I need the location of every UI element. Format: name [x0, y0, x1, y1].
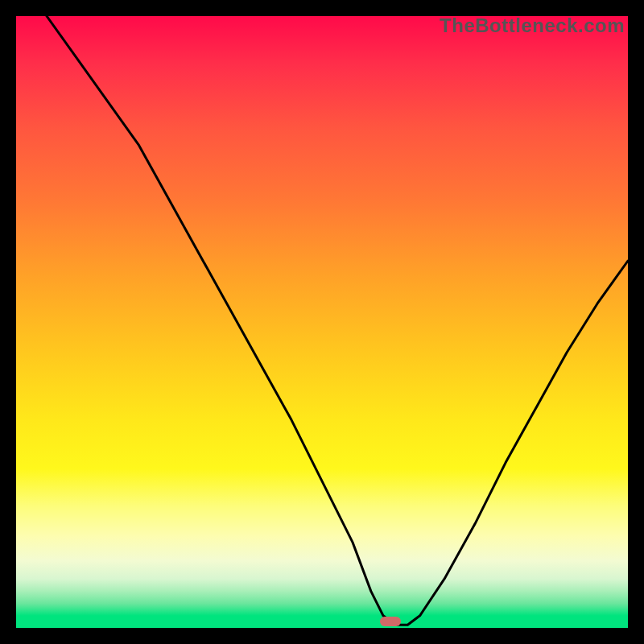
chart-frame: TheBottleneck.com: [0, 0, 644, 644]
plot-area: TheBottleneck.com: [16, 16, 628, 628]
optimal-marker: [380, 617, 401, 626]
bottleneck-curve: [16, 16, 628, 628]
